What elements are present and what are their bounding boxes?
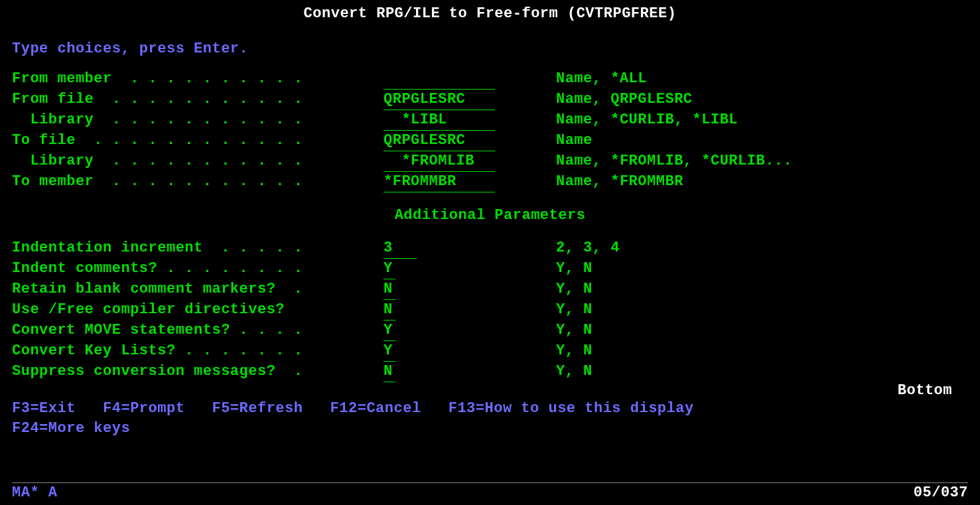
field-from-member: From member . . . . . . . . . . Name, *A… (12, 69, 968, 90)
input-conv-move[interactable]: Y (384, 321, 395, 341)
hint-conv-key: Y, N (556, 341, 968, 362)
label-indent-inc: Indentation increment . . . . . (12, 238, 384, 259)
input-to-file[interactable]: QRPGLESRC (384, 131, 495, 151)
label-conv-key: Convert Key Lists? . . . . . . . (12, 341, 384, 362)
hint-from-member: Name, *ALL (556, 69, 968, 90)
additional-parameters-heading: Additional Parameters (12, 207, 968, 224)
field-from-file: From file . . . . . . . . . . . QRPGLESR… (12, 90, 968, 110)
hint-from-file: Name, QRPGLESRC (556, 90, 968, 110)
cursor-position: 05/037 (914, 484, 968, 501)
function-keys-line2: F24=More keys (12, 419, 968, 439)
hint-to-lib: Name, *FROMLIB, *CURLIB... (556, 151, 968, 172)
input-from-file[interactable]: QRPGLESRC (384, 90, 495, 110)
hint-from-lib: Name, *CURLIB, *LIBL (556, 110, 968, 131)
status-bar: MA* A 05/037 (12, 482, 968, 501)
field-from-lib: Library . . . . . . . . . . . *LIBL Name… (12, 110, 968, 131)
input-to-member[interactable]: *FROMMBR (384, 172, 495, 192)
function-keys-line1: F3=Exit F4=Prompt F5=Refresh F12=Cancel … (12, 399, 968, 419)
input-from-member[interactable] (384, 69, 495, 90)
input-conv-key[interactable]: Y (384, 341, 395, 362)
page-title: Convert RPG/ILE to Free-form (CVTRPGFREE… (12, 5, 968, 22)
field-conv-move: Convert MOVE statements? . . . . Y Y, N (12, 321, 968, 341)
field-indent-inc: Indentation increment . . . . . 3 2, 3, … (12, 238, 968, 259)
field-retain-blank: Retain blank comment markers? . N Y, N (12, 279, 968, 300)
hint-to-member: Name, *FROMMBR (556, 172, 968, 192)
field-to-file: To file . . . . . . . . . . . . QRPGLESR… (12, 131, 968, 151)
input-use-free[interactable]: N (384, 300, 395, 321)
input-indent-cmt[interactable]: Y (384, 259, 395, 279)
label-retain-blank: Retain blank comment markers? . (12, 279, 384, 300)
label-suppress: Suppress conversion messages? . (12, 362, 384, 382)
input-from-lib[interactable]: *LIBL (384, 110, 495, 131)
hint-conv-move: Y, N (556, 321, 968, 341)
field-suppress: Suppress conversion messages? . N Y, N (12, 362, 968, 382)
input-indent-inc[interactable]: 3 (384, 238, 417, 259)
status-left: MA* A (12, 484, 58, 501)
hint-indent-cmt: Y, N (556, 259, 968, 279)
hint-suppress: Y, N (556, 362, 968, 382)
bottom-indicator: Bottom (12, 382, 968, 399)
label-from-file: From file . . . . . . . . . . . (12, 90, 384, 110)
input-retain-blank[interactable]: N (384, 279, 395, 300)
label-to-file: To file . . . . . . . . . . . . (12, 131, 384, 151)
field-to-member: To member . . . . . . . . . . . *FROMMBR… (12, 172, 968, 192)
terminal-screen: Convert RPG/ILE to Free-form (CVTRPGFREE… (0, 0, 980, 505)
label-indent-cmt: Indent comments? . . . . . . . . (12, 259, 384, 279)
label-conv-move: Convert MOVE statements? . . . . (12, 321, 384, 341)
hint-indent-inc: 2, 3, 4 (556, 238, 968, 259)
input-suppress[interactable]: N (384, 362, 395, 382)
label-to-member: To member . . . . . . . . . . . (12, 172, 384, 192)
label-from-member: From member . . . . . . . . . . (12, 69, 384, 90)
field-indent-cmt: Indent comments? . . . . . . . . Y Y, N (12, 259, 968, 279)
hint-to-file: Name (556, 131, 968, 151)
label-from-lib: Library . . . . . . . . . . . (12, 110, 384, 131)
field-use-free: Use /Free compiler directives? N Y, N (12, 300, 968, 321)
label-use-free: Use /Free compiler directives? (12, 300, 384, 321)
hint-use-free: Y, N (556, 300, 968, 321)
instruction-text: Type choices, press Enter. (12, 40, 968, 57)
label-to-lib: Library . . . . . . . . . . . (12, 151, 384, 172)
field-conv-key: Convert Key Lists? . . . . . . . Y Y, N (12, 341, 968, 362)
field-to-lib: Library . . . . . . . . . . . *FROMLIB N… (12, 151, 968, 172)
hint-retain-blank: Y, N (556, 279, 968, 300)
input-to-lib[interactable]: *FROMLIB (384, 151, 495, 172)
